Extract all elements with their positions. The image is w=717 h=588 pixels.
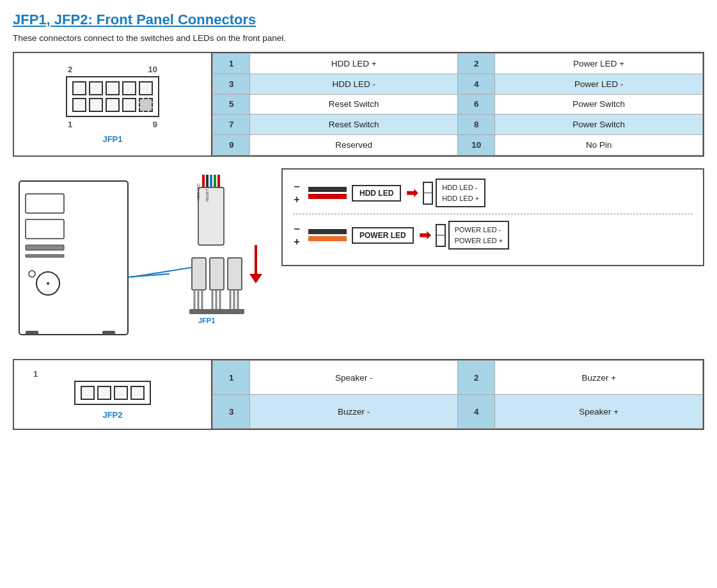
- pin-label: Power LED +: [495, 54, 703, 74]
- pin-label: Buzzer +: [495, 361, 703, 395]
- jfp1-pin2-label: 2: [68, 65, 72, 74]
- case-svg: HDD LED RESET SW JFP1: [13, 168, 269, 347]
- svg-text:HDD LED: HDD LED: [196, 183, 200, 200]
- jfp1-pin-table: 1 HDD LED + 2 Power LED + 3 HDD LED - 4 …: [212, 53, 703, 155]
- jfp2-label: JFP2: [102, 410, 122, 420]
- svg-rect-8: [26, 331, 38, 335]
- hdd-plus: +: [293, 194, 301, 205]
- jfp1-label: JFP1: [102, 134, 122, 144]
- jfp1-pin1-label: 1: [68, 120, 72, 129]
- pin-label: Power Switch: [495, 94, 703, 115]
- pin-label: Reserved: [250, 135, 458, 155]
- svg-point-7: [29, 271, 35, 277]
- jfp1-diagram: 2 10 1 9 JFP1: [14, 53, 212, 155]
- subtitle: These connectors connect to the switches…: [13, 33, 704, 43]
- pin-label: No Pin: [495, 135, 703, 155]
- pin-num: 2: [457, 361, 494, 395]
- jfp2-pin1-label: 1: [33, 369, 38, 379]
- power-led-arrow: ➡: [419, 227, 430, 244]
- pin-grid-cell: [139, 98, 153, 112]
- pin-grid-cell: [106, 81, 120, 95]
- pin-num: 3: [213, 395, 250, 429]
- jfp2-pin-table: 1 Speaker - 2 Buzzer + 3 Buzzer - 4 Spea…: [212, 360, 703, 429]
- jfp1-section: 2 10 1 9 JFP1 1 HDD LED + 2 Power LED + …: [13, 52, 704, 157]
- hdd-led-row: − + HDD LED ➡ HDD LED - HDD LED +: [293, 179, 693, 207]
- jfp1-pin10-label: 10: [148, 65, 157, 74]
- pin-num: 6: [457, 94, 494, 115]
- power-led-box: POWER LED: [352, 227, 414, 244]
- svg-rect-10: [198, 187, 224, 245]
- pin-num: 4: [457, 74, 494, 94]
- power-minus: −: [293, 223, 301, 235]
- pin-num: 1: [213, 361, 250, 395]
- jfp1-label-bottom: 1 9: [68, 120, 157, 129]
- svg-text:JFP1: JFP1: [198, 317, 215, 324]
- pin-label: Reset Switch: [250, 94, 458, 115]
- svg-rect-4: [26, 255, 64, 257]
- svg-rect-2: [26, 219, 64, 239]
- pin-label: Buzzer -: [250, 395, 458, 429]
- pin-num: 5: [213, 94, 250, 115]
- pin-label: Power LED -: [495, 74, 703, 94]
- power-wire-orange: [308, 236, 347, 241]
- jfp2-connector-grid: [74, 381, 151, 405]
- case-drawing: HDD LED RESET SW JFP1: [13, 168, 269, 347]
- power-wires: [308, 229, 347, 241]
- svg-text:RESET SW: RESET SW: [205, 181, 209, 202]
- svg-rect-19: [210, 258, 224, 290]
- pin-grid-cell: [72, 98, 86, 112]
- hdd-wire-black: [308, 187, 347, 192]
- pin-label: Speaker -: [250, 361, 458, 395]
- pin-num: 3: [213, 74, 250, 94]
- pin-grid-cell: [122, 81, 136, 95]
- svg-rect-3: [26, 245, 64, 250]
- pin-label: Power Switch: [495, 115, 703, 135]
- hdd-led-arrow: ➡: [406, 185, 418, 202]
- pin-num: 2: [457, 54, 494, 74]
- power-plus: +: [293, 236, 301, 248]
- pin-label: Reset Switch: [250, 115, 458, 135]
- pin-grid-cell: [122, 98, 136, 112]
- hdd-wire-red: [308, 194, 347, 199]
- led-diagram-box: − + HDD LED ➡ HDD LED - HDD LED +: [281, 168, 704, 266]
- power-led-row: − + POWER LED ➡ POWER LED - POWER LED +: [293, 221, 693, 250]
- power-led-out: POWER LED - POWER LED +: [448, 221, 510, 250]
- power-wire-black: [308, 229, 347, 234]
- led-divider: [293, 214, 693, 214]
- diagram-section: HDD LED RESET SW JFP1: [13, 168, 704, 347]
- pin-grid-cell: [139, 81, 153, 95]
- jfp2-diagram: 1 JFP2: [14, 360, 212, 429]
- pin-grid-cell: [89, 98, 103, 112]
- pin-num: 7: [213, 115, 250, 135]
- pin-grid-cell: [81, 386, 95, 400]
- pin-label: HDD LED -: [250, 74, 458, 94]
- pin-grid-cell: [89, 81, 103, 95]
- pin-grid-cell: [106, 98, 120, 112]
- jfp1-connector-grid: [66, 76, 159, 117]
- pin-num: 4: [457, 395, 494, 429]
- jfp1-pin9-label: 9: [153, 120, 157, 129]
- pin-label: Speaker +: [495, 395, 703, 429]
- pin-grid-cell: [97, 386, 111, 400]
- jfp2-section: 1 JFP2 1 Speaker - 2 Buzzer + 3 Buzzer -…: [13, 359, 704, 430]
- svg-rect-30: [189, 309, 209, 314]
- pin-label: HDD LED +: [250, 54, 458, 74]
- svg-rect-20: [228, 258, 242, 290]
- hdd-wires: [308, 187, 347, 199]
- pin-num: 8: [457, 115, 494, 135]
- pin-grid-cell: [72, 81, 86, 95]
- pin-num: 1: [213, 54, 250, 74]
- svg-rect-9: [102, 331, 115, 335]
- page-title: JFP1, JFP2: Front Panel Connectors: [13, 12, 704, 28]
- svg-rect-31: [207, 309, 226, 314]
- svg-marker-37: [249, 274, 262, 283]
- svg-rect-1: [26, 194, 64, 213]
- pin-num: 9: [213, 135, 250, 155]
- hdd-led-out: HDD LED - HDD LED +: [436, 179, 485, 207]
- pin-num: 10: [457, 135, 494, 155]
- hdd-minus: −: [293, 181, 301, 193]
- pin-grid-cell: [114, 386, 128, 400]
- svg-rect-32: [225, 309, 244, 314]
- pin-grid-cell: [130, 386, 145, 400]
- jfp1-label-top: 2 10: [68, 65, 157, 74]
